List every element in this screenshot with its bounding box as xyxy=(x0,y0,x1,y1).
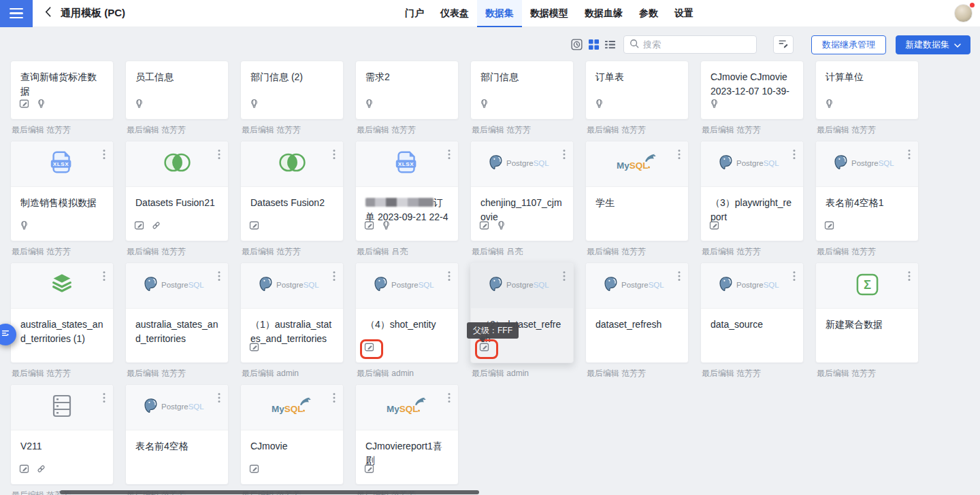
dataset-card[interactable]: 部门信息 xyxy=(470,61,574,120)
tab-settings[interactable]: 设置 xyxy=(666,0,702,27)
kebab-menu-button[interactable] xyxy=(215,148,223,164)
create-dataset-button[interactable]: 新建数据集 xyxy=(896,35,970,54)
last-edited-prefix: 最后编辑 xyxy=(472,247,504,256)
kebab-menu-button[interactable] xyxy=(790,148,798,164)
kebab-menu-button[interactable] xyxy=(330,269,338,286)
last-edited-prefix: 最后编辑 xyxy=(472,369,504,378)
kebab-menu-button[interactable] xyxy=(675,269,683,286)
dataset-card[interactable]: XLSX订单 2023-09-21 22-43... xyxy=(355,141,459,241)
kebab-menu-button[interactable] xyxy=(330,148,338,164)
publish-icon[interactable] xyxy=(134,220,144,233)
tab-data-model[interactable]: 数据模型 xyxy=(522,0,576,27)
publish-icon[interactable] xyxy=(364,342,374,355)
publish-icon[interactable] xyxy=(824,220,834,233)
dataset-card[interactable]: XLSX制造销售模拟数据 xyxy=(10,141,114,241)
last-edited-prefix: 最后编辑 xyxy=(127,125,159,135)
kebab-menu-button[interactable] xyxy=(445,269,453,286)
kebab-menu-button[interactable] xyxy=(215,269,223,286)
dataset-card[interactable]: MySQL CJmoviereport1喜剧 xyxy=(355,384,459,485)
kebab-menu-button[interactable] xyxy=(560,269,568,286)
tab-dataset[interactable]: 数据集 xyxy=(477,0,522,27)
kebab-menu-button[interactable] xyxy=(675,148,683,164)
card-header: MySQL xyxy=(586,141,688,187)
publish-icon[interactable] xyxy=(19,464,29,477)
tab-dashboard[interactable]: 仪表盘 xyxy=(432,0,477,27)
kebab-menu-button[interactable] xyxy=(445,148,453,164)
dataset-card[interactable]: PostgreSQLdata_source xyxy=(700,262,804,363)
grid-view-icon[interactable] xyxy=(589,39,599,50)
dataset-card[interactable]: MySQL 学生 xyxy=(585,141,689,241)
user-avatar[interactable] xyxy=(954,4,973,23)
dataset-card[interactable]: PostgreSQLchenjing_1107_cjmovie xyxy=(470,141,574,241)
last-edited-label: 最后编辑 admin xyxy=(472,368,572,379)
dataset-cell: PostgreSQL（3）playwright_report 最后编辑 范芳芳 xyxy=(700,141,804,257)
dataset-card[interactable]: australia_states_and_territories (1) xyxy=(10,262,114,363)
dataset-board: 查询新铺货标准数据 最后编辑 范芳芳员工信息 最后编辑 范芳芳部门信息 (2) … xyxy=(0,61,980,495)
dataset-card[interactable]: V211 xyxy=(10,384,114,485)
dataset-cell: PostgreSQLchenjing_1107_cjmovie 最后编辑 吕亮 xyxy=(470,141,574,257)
kebab-menu-button[interactable] xyxy=(445,391,453,407)
kebab-menu-button[interactable] xyxy=(100,269,108,286)
publish-icon[interactable] xyxy=(479,220,489,233)
svg-text:XLSX: XLSX xyxy=(398,161,414,167)
publish-icon[interactable] xyxy=(19,99,29,112)
history-view-icon[interactable] xyxy=(571,39,583,50)
horizontal-scrollbar-thumb[interactable] xyxy=(60,490,479,494)
kebab-menu-button[interactable] xyxy=(330,391,338,407)
last-edited-prefix: 最后编辑 xyxy=(242,369,274,378)
dataset-card[interactable]: PostgreSQLdataset_refresh xyxy=(585,262,689,363)
publish-icon[interactable] xyxy=(364,220,374,233)
dataset-card[interactable]: PostgreSQL（3）playwright_report xyxy=(700,141,804,241)
publish-icon[interactable] xyxy=(249,342,259,355)
dataset-card[interactable]: 查询新铺货标准数据 xyxy=(10,61,114,120)
card-header: XLSX xyxy=(11,141,113,187)
publish-icon[interactable] xyxy=(249,464,259,477)
dataset-card[interactable]: 订单表 xyxy=(585,61,689,120)
kebab-menu-button[interactable] xyxy=(215,391,223,407)
kebab-menu-button[interactable] xyxy=(905,148,913,164)
publish-icon[interactable] xyxy=(249,220,259,233)
kebab-menu-button[interactable] xyxy=(100,148,108,164)
card-badges xyxy=(364,464,374,477)
dataset-card[interactable]: PostgreSQL（1）australia_states_and_territ… xyxy=(240,262,344,363)
data-inheritance-button[interactable]: 数据继承管理 xyxy=(811,35,886,54)
tab-portal[interactable]: 门户 xyxy=(397,0,432,27)
back-button[interactable] xyxy=(45,7,51,20)
dataset-card[interactable]: Σ新建聚合数据 xyxy=(815,262,919,363)
kebab-menu-button[interactable] xyxy=(790,269,798,286)
dataset-card[interactable]: PostgreSQL（4）shot_entity xyxy=(355,262,459,363)
dataset-card[interactable]: CJmovie CJmovie 2023-12-07 10-39-09 xyxy=(700,61,804,120)
dataset-card[interactable]: Datasets Fusion21 xyxy=(125,141,229,241)
dataset-card[interactable]: PostgreSQL表名前4空格1 xyxy=(815,141,919,241)
publish-icon[interactable] xyxy=(709,220,719,233)
dataset-card[interactable]: Datasets Fusion2 xyxy=(240,141,344,241)
publish-icon[interactable] xyxy=(479,342,489,355)
dataset-card[interactable]: PostgreSQL（2）dataset_refresh 父级：FFF xyxy=(470,262,574,363)
kebab-menu-button[interactable] xyxy=(100,391,108,407)
hamburger-menu-button[interactable] xyxy=(0,0,33,27)
publish-icon[interactable] xyxy=(364,464,374,477)
tab-data-lineage[interactable]: 数据血缘 xyxy=(576,0,631,27)
notification-dot xyxy=(970,3,975,7)
dataset-card[interactable]: PostgreSQLaustralia_states_and_territori… xyxy=(125,262,229,363)
dataset-card[interactable]: 计算单位 xyxy=(815,61,919,120)
list-view-icon[interactable] xyxy=(605,39,615,50)
dataset-cell: XLSX制造销售模拟数据 最后编辑 范芳芳 xyxy=(10,141,114,257)
last-edited-label: 最后编辑 范芳芳 xyxy=(127,124,227,135)
dataset-cell: 部门信息 (2) 最后编辑 范芳芳 xyxy=(240,61,344,135)
dataset-card[interactable]: 员工信息 xyxy=(125,61,229,120)
last-edited-prefix: 最后编辑 xyxy=(12,490,44,495)
dataset-toolbar: 数据继承管理 新建数据集 xyxy=(11,35,970,54)
last-edited-user: 范芳芳 xyxy=(276,247,301,256)
dataset-card[interactable]: PostgreSQL表名前4空格 xyxy=(125,384,229,485)
batch-edit-button[interactable] xyxy=(773,35,794,54)
kebab-menu-button[interactable] xyxy=(905,269,913,286)
last-edited-user: 范芳芳 xyxy=(161,125,186,135)
dataset-card[interactable]: 部门信息 (2) xyxy=(240,61,344,120)
dataset-card[interactable]: 需求2 xyxy=(355,61,459,120)
kebab-menu-button[interactable] xyxy=(560,148,568,164)
card-badges xyxy=(19,464,46,477)
tab-parameters[interactable]: 参数 xyxy=(631,0,666,27)
dataset-card[interactable]: MySQL CJmovie xyxy=(240,384,344,485)
search-input[interactable] xyxy=(643,39,763,50)
